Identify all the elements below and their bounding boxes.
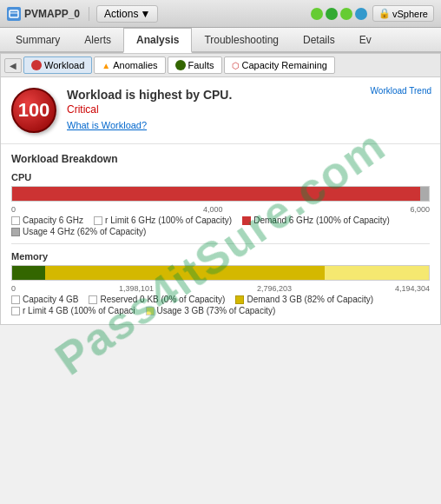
mem-usage-swatch [146, 307, 155, 315]
cpu-demand-swatch [242, 216, 251, 225]
workload-label: Workload [44, 60, 84, 70]
severity-number: 100 [18, 99, 50, 122]
faults-icon [175, 60, 186, 70]
tab-troubleshooting[interactable]: Troubleshooting [192, 29, 291, 53]
cpu-legend-limit: r Limit 6 GHz (100% of Capacity) [94, 216, 232, 225]
cpu-legend-usage: Usage 4 GHz (62% of Capacity) [11, 227, 146, 236]
cpu-axis-6000: 6,000 [410, 205, 430, 214]
alert-card: 100 Workload is highest by CPU. Critical… [1, 77, 440, 144]
sphere-icon-1 [311, 8, 323, 20]
cpu-capacity-swatch [11, 216, 20, 225]
cpu-axis-4000: 4,000 [203, 205, 223, 214]
anomalies-label: Anomalies [113, 60, 157, 70]
actions-chevron-icon: ▼ [140, 8, 150, 20]
mem-limit-text: r Limit 4 GB (100% of Capaci [23, 306, 135, 315]
memory-label: Memory [11, 251, 430, 262]
memory-bar-demand [12, 266, 325, 280]
sphere-icon-3 [340, 8, 352, 20]
vm-name: PVMAPP_0 [24, 8, 80, 20]
mem-capacity-text: Capacity 4 GB [23, 295, 78, 304]
mem-legend-usage: Usage 3 GB (73% of Capacity) [146, 306, 276, 315]
memory-bar-usage [12, 266, 45, 280]
cpu-usage-text: Usage 4 GHz (62% of Capacity) [23, 227, 146, 236]
mem-legend-demand: Demand 3 GB (82% of Capacity) [235, 295, 373, 304]
capacity-label: Capacity Remaining [242, 60, 327, 70]
mem-axis-3: 4,194,304 [395, 284, 430, 293]
alert-status: Critical [67, 103, 430, 116]
faults-label: Faults [188, 60, 214, 70]
mem-axis-0: 0 [11, 284, 16, 293]
mem-capacity-swatch [11, 295, 20, 304]
cpu-limit-text: r Limit 6 GHz (100% of Capacity) [105, 216, 232, 225]
cpu-legend: Capacity 6 GHz r Limit 6 GHz (100% of Ca… [11, 216, 430, 236]
vsphere-button[interactable]: 🔒 vSphere [372, 5, 434, 22]
memory-bar-container [11, 265, 430, 281]
cpu-usage-swatch [11, 228, 20, 236]
capacity-icon: ⬡ [232, 61, 240, 70]
actions-label: Actions [104, 8, 138, 20]
memory-axis: 0 1,398,101 2,796,203 4,194,304 [11, 284, 430, 293]
mem-limit-swatch [11, 307, 20, 315]
tab-details[interactable]: Details [291, 29, 347, 53]
mem-demand-text: Demand 3 GB (82% of Capacity) [247, 295, 373, 304]
mem-usage-text: Usage 3 GB (73% of Capacity) [157, 306, 276, 315]
tab-analysis[interactable]: Analysis [123, 28, 192, 53]
trend-label[interactable]: Workload Trend [371, 86, 431, 96]
vm-title-section: PVMAPP_0 [7, 7, 89, 21]
vm-icon [7, 7, 21, 21]
sphere-icon-2 [326, 8, 338, 20]
sub-tab-capacity[interactable]: ⬡ Capacity Remaining [224, 56, 335, 74]
memory-legend: Capacity 4 GB Reserved 0 KB (0% of Capac… [11, 295, 430, 315]
cpu-demand-text: Demand 6 GHz (100% of Capacity) [253, 216, 390, 225]
mem-reserved-swatch [89, 295, 97, 304]
top-bar-right: 🔒 vSphere [311, 5, 434, 22]
cpu-bar-bg [11, 186, 430, 202]
tab-alerts[interactable]: Alerts [72, 29, 123, 53]
severity-badge: 100 [11, 88, 56, 133]
tab-summary[interactable]: Summary [3, 29, 72, 53]
sub-tab-faults[interactable]: Faults [168, 56, 222, 74]
cpu-bar-demand [12, 187, 420, 201]
mem-axis-2: 2,796,203 [257, 284, 292, 293]
anomalies-icon: ▲ [102, 61, 110, 70]
cpu-chart [11, 186, 430, 202]
breakdown-title: Workload Breakdown [11, 153, 430, 165]
sub-tab-prev-arrow[interactable]: ◀ [4, 58, 22, 73]
cpu-capacity-text: Capacity 6 GHz [23, 216, 83, 225]
tab-events[interactable]: Ev [347, 29, 384, 53]
mem-reserved-text: Reserved 0 KB (0% of Capacity) [100, 295, 225, 304]
workload-icon [31, 60, 42, 70]
mem-axis-1: 1,398,101 [119, 284, 154, 293]
sub-tabs: ◀ Workload ▲ Anomalies Faults ⬡ Capacity… [1, 54, 440, 77]
sub-tab-workload[interactable]: Workload [23, 56, 92, 74]
content-area: ◀ Workload ▲ Anomalies Faults ⬡ Capacity… [0, 53, 441, 325]
vsphere-label: vSphere [392, 9, 428, 19]
mem-demand-swatch [235, 295, 244, 304]
cpu-legend-demand: Demand 6 GHz (100% of Capacity) [242, 216, 390, 225]
actions-button[interactable]: Actions ▼ [96, 5, 158, 23]
sphere-icons [311, 8, 367, 20]
mem-legend-reserved: Reserved 0 KB (0% of Capacity) [89, 295, 225, 304]
cpu-legend-capacity: Capacity 6 GHz [11, 216, 83, 225]
nav-tabs: Summary Alerts Analysis Troubleshooting … [0, 28, 441, 53]
alert-link[interactable]: What is Workload? [67, 120, 147, 130]
divider [11, 243, 430, 244]
sphere-icon-4 [355, 8, 367, 20]
sub-tab-anomalies[interactable]: ▲ Anomalies [94, 56, 165, 74]
cpu-axis-0: 0 [11, 205, 16, 214]
svg-rect-0 [10, 10, 18, 17]
mem-legend-capacity: Capacity 4 GB [11, 295, 78, 304]
cpu-axis: 0 4,000 6,000 [11, 205, 430, 214]
top-bar: PVMAPP_0 Actions ▼ 🔒 vSphere [0, 0, 441, 28]
memory-chart [11, 265, 430, 281]
cpu-limit-swatch [94, 216, 102, 225]
breakdown-section: Workload Breakdown CPU 0 4,000 6,000 Cap… [1, 144, 440, 324]
cpu-label: CPU [11, 172, 430, 182]
vsphere-icon: 🔒 [378, 8, 391, 19]
mem-legend-limit: r Limit 4 GB (100% of Capaci [11, 306, 135, 315]
